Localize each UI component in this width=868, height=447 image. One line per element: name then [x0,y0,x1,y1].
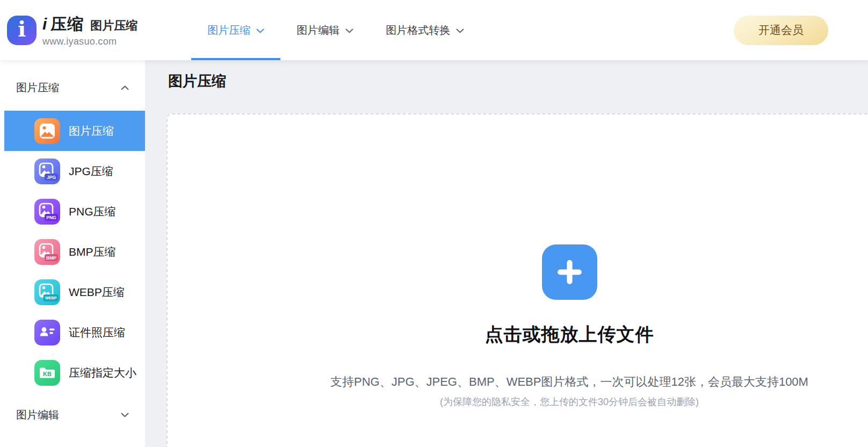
png-image-icon: PNG [34,199,60,225]
chevron-down-icon [345,28,353,33]
chevron-down-icon [256,28,264,33]
sidebar-item-label: WEBP压缩 [69,285,125,300]
id-photo-icon [34,320,60,345]
brand-name-prefix: i [42,15,47,33]
nav-tab-format-convert[interactable]: 图片格式转换 [370,0,480,60]
nav-tab-label: 图片编辑 [296,23,339,38]
sidebar-item-compress-to-size[interactable]: KB 压缩指定大小 [4,352,145,393]
chevron-down-icon [121,413,129,417]
kb-badge-label: KB [43,370,52,377]
add-files-button[interactable] [542,244,597,300]
plus-icon [554,257,585,287]
jpg-badge-label: JPG [47,174,56,179]
sidebar-section-image-compress[interactable]: 图片压缩 [0,76,145,99]
page-title: 图片压缩 [168,71,868,91]
brand-logo-icon: i [7,16,37,45]
content: 图片压缩 图片压缩 [0,60,868,447]
webp-image-icon: WEBP [34,279,60,305]
main-area: 图片压缩 点击或拖放上传文件 支持PNG、JPG、JPEG、BMP、WEBP图片… [145,60,868,447]
sidebar-item-label: PNG压缩 [69,204,116,219]
sidebar-item-bmp-compress[interactable]: BMP BMP压缩 [4,232,145,272]
sidebar-section-label: 图片编辑 [16,408,59,422]
nav-tab-image-edit[interactable]: 图片编辑 [280,0,370,60]
bmp-image-icon: BMP [34,239,60,265]
sidebar-item-label: JPG压缩 [69,164,113,179]
upload-hint: 支持PNG、JPG、JPEG、BMP、WEBP图片格式，一次可以处理12张，会员… [330,375,808,389]
sidebar-section-image-edit[interactable]: 图片编辑 [0,403,145,426]
sidebar-item-id-photo-compress[interactable]: 证件照压缩 [4,312,145,352]
chevron-down-icon [456,28,464,33]
upload-title: 点击或拖放上传文件 [485,322,654,347]
sidebar-item-webp-compress[interactable]: WEBP WEBP压缩 [4,272,145,312]
brand-logo[interactable]: i i 压缩 图片压缩 www.iyasuo.com [7,13,138,47]
jpg-image-icon: JPG [34,158,60,184]
chevron-up-icon [121,85,129,90]
kb-folder-icon: KB [34,360,60,386]
brand-tagline: 图片压缩 [90,18,138,34]
nav-tab-label: 图片格式转换 [386,23,450,38]
sidebar-item-image-compress[interactable]: 图片压缩 [4,111,145,151]
brand-domain: www.iyasuo.com [42,36,138,47]
header: i i 压缩 图片压缩 www.iyasuo.com 图片压缩 图片编辑 图片格… [0,0,868,60]
open-membership-button[interactable]: 开通会员 [734,16,828,45]
sidebar-item-png-compress[interactable]: PNG PNG压缩 [4,191,145,232]
sidebar-menu: 图片压缩 JPG JPG压缩 [0,111,145,393]
top-nav: 图片压缩 图片编辑 图片格式转换 [191,0,480,60]
sidebar-item-label: 压缩指定大小 [69,365,136,380]
brand-name: 压缩 [50,13,84,35]
sidebar-item-jpg-compress[interactable]: JPG JPG压缩 [4,151,145,191]
brand-text: i 压缩 图片压缩 www.iyasuo.com [42,13,138,47]
png-badge-label: PNG [46,214,56,220]
sidebar-item-label: BMP压缩 [69,244,116,259]
sidebar-item-label: 证件照压缩 [69,325,125,340]
image-compress-icon [34,118,60,144]
bmp-badge-label: BMP [46,255,56,260]
sidebar-section-label: 图片压缩 [16,81,59,95]
sidebar-item-label: 图片压缩 [69,124,114,139]
brand-logo-letter: i [18,18,26,40]
webp-badge-label: WEBP [45,295,57,300]
nav-tab-image-compress[interactable]: 图片压缩 [191,0,280,60]
upload-dropzone[interactable]: 点击或拖放上传文件 支持PNG、JPG、JPEG、BMP、WEBP图片格式，一次… [167,113,868,447]
sidebar: 图片压缩 图片压缩 [0,60,145,447]
nav-tab-label: 图片压缩 [207,23,250,38]
upload-note: (为保障您的隐私安全，您上传的文件30分钟后会被自动删除) [440,395,699,408]
